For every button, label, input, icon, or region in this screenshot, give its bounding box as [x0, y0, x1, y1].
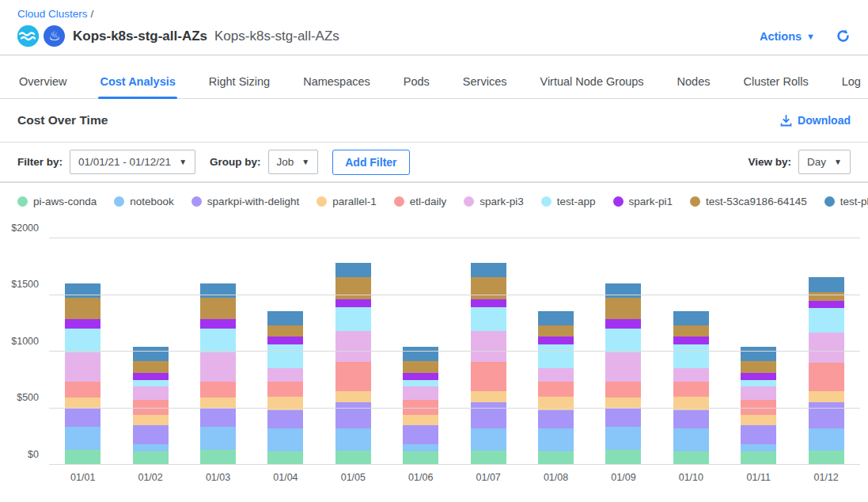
- bar-segment-test-pkix[interactable]: [741, 347, 776, 361]
- bar-segment-sparkpi-with-delight[interactable]: [403, 425, 438, 444]
- bar-segment-spark-pi1[interactable]: [403, 373, 438, 380]
- legend-item-test-app[interactable]: test-app: [541, 196, 596, 207]
- bar-segment-test-app[interactable]: [267, 344, 303, 368]
- bar-segment-pi-aws-conda[interactable]: [267, 451, 303, 465]
- legend-item-test-53ca9186-64145[interactable]: test-53ca9186-64145: [690, 196, 807, 207]
- bar-segment-sparkpi-with-delight[interactable]: [741, 425, 776, 444]
- breadcrumb-link-cloud-clusters[interactable]: Cloud Clusters: [17, 8, 88, 20]
- bar-segment-sparkpi-with-delight[interactable]: [471, 402, 506, 428]
- bar-segment-parallel-1[interactable]: [200, 397, 236, 409]
- bar-segment-test-pkix[interactable]: [267, 311, 303, 326]
- bar-segment-etl-daily[interactable]: [335, 362, 371, 391]
- bar-segment-sparkpi-with-delight[interactable]: [538, 410, 574, 428]
- bar-segment-pi-aws-conda[interactable]: [673, 451, 709, 465]
- bar-segment-spark-pi1[interactable]: [200, 319, 236, 329]
- tab-virtual-node-groups[interactable]: Virtual Node Groups: [538, 66, 645, 98]
- tab-log[interactable]: Log: [840, 66, 862, 98]
- bar-segment-spark-pi1[interactable]: [267, 337, 303, 344]
- bar-segment-parallel-1[interactable]: [538, 397, 574, 410]
- bar-segment-test-53ca9186-64145[interactable]: [605, 298, 641, 318]
- legend-item-pi-aws-conda[interactable]: pi-aws-conda: [17, 196, 97, 207]
- bar-segment-spark-pi1[interactable]: [605, 319, 641, 329]
- bar-segment-spark-pi3[interactable]: [267, 368, 303, 381]
- actions-button[interactable]: Actions ▼: [760, 30, 815, 43]
- bar-segment-parallel-1[interactable]: [267, 397, 303, 410]
- bar-segment-test-app[interactable]: [673, 344, 709, 368]
- bar-segment-etl-daily[interactable]: [673, 382, 709, 397]
- bar-segment-parallel-1[interactable]: [403, 415, 438, 425]
- view-by-select[interactable]: Day ▼: [798, 150, 851, 174]
- tab-namespaces[interactable]: Namespaces: [301, 66, 372, 98]
- bar-segment-test-pkix[interactable]: [809, 277, 844, 292]
- bar-segment-pi-aws-conda[interactable]: [809, 451, 844, 465]
- bar-segment-test-pkix[interactable]: [538, 311, 574, 326]
- download-button[interactable]: Download: [780, 114, 851, 127]
- bar-segment-sparkpi-with-delight[interactable]: [267, 410, 303, 428]
- bar-segment-parallel-1[interactable]: [133, 415, 169, 425]
- bar-segment-test-53ca9186-64145[interactable]: [741, 361, 776, 373]
- bar-segment-notebook[interactable]: [673, 428, 709, 451]
- bar-segment-test-53ca9186-64145[interactable]: [200, 298, 236, 318]
- bar-segment-test-app[interactable]: [335, 307, 371, 331]
- bar-segment-test-app[interactable]: [200, 329, 236, 353]
- refresh-button[interactable]: [836, 29, 851, 44]
- bar-segment-test-app[interactable]: [133, 380, 169, 387]
- bar-segment-notebook[interactable]: [538, 428, 574, 451]
- bar-segment-spark-pi3[interactable]: [673, 368, 709, 381]
- bar-segment-spark-pi1[interactable]: [471, 299, 506, 307]
- bar-segment-etl-daily[interactable]: [538, 382, 574, 397]
- bar-segment-test-pkix[interactable]: [673, 311, 709, 326]
- bar-segment-parallel-1[interactable]: [809, 391, 844, 402]
- legend-item-sparkpi-with-delight[interactable]: sparkpi-with-delight: [191, 196, 299, 207]
- bar-segment-sparkpi-with-delight[interactable]: [200, 409, 236, 428]
- bar-segment-notebook[interactable]: [605, 427, 641, 450]
- tab-pods[interactable]: Pods: [402, 66, 431, 98]
- bar-segment-test-53ca9186-64145[interactable]: [403, 361, 438, 373]
- bar-segment-test-53ca9186-64145[interactable]: [538, 325, 574, 337]
- bar-segment-sparkpi-with-delight[interactable]: [673, 410, 709, 428]
- bar-segment-test-pkix[interactable]: [471, 263, 506, 278]
- tab-cluster-rolls[interactable]: Cluster Rolls: [742, 66, 810, 98]
- bar-segment-spark-pi3[interactable]: [133, 386, 169, 399]
- bar-segment-notebook[interactable]: [65, 427, 100, 450]
- bar-segment-test-app[interactable]: [538, 344, 574, 368]
- bar-segment-pi-aws-conda[interactable]: [471, 451, 506, 465]
- bar-segment-pi-aws-conda[interactable]: [65, 450, 100, 465]
- bar-segment-spark-pi3[interactable]: [538, 368, 574, 381]
- bar-segment-etl-daily[interactable]: [605, 382, 641, 397]
- bar-segment-etl-daily[interactable]: [809, 363, 844, 391]
- bar-segment-test-pkix[interactable]: [403, 347, 438, 361]
- bar-segment-parallel-1[interactable]: [471, 391, 506, 402]
- bar-segment-pi-aws-conda[interactable]: [538, 451, 574, 465]
- bar-segment-notebook[interactable]: [267, 428, 303, 451]
- bar-segment-spark-pi3[interactable]: [200, 352, 236, 381]
- bar-segment-sparkpi-with-delight[interactable]: [335, 402, 371, 428]
- bar-segment-etl-daily[interactable]: [200, 382, 236, 397]
- bar-segment-test-app[interactable]: [809, 308, 844, 333]
- bar-segment-test-app[interactable]: [65, 329, 100, 353]
- bar-segment-test-53ca9186-64145[interactable]: [65, 298, 100, 318]
- bar-segment-notebook[interactable]: [471, 428, 506, 451]
- legend-item-etl-daily[interactable]: etl-daily: [394, 196, 447, 207]
- bar-segment-test-53ca9186-64145[interactable]: [267, 325, 303, 337]
- bar-segment-spark-pi3[interactable]: [403, 386, 438, 399]
- bar-segment-pi-aws-conda[interactable]: [605, 450, 641, 465]
- bar-segment-etl-daily[interactable]: [65, 382, 100, 397]
- bar-segment-etl-daily[interactable]: [471, 362, 506, 391]
- bar-segment-pi-aws-conda[interactable]: [403, 451, 438, 465]
- date-range-select[interactable]: 01/01/21 - 01/12/21 ▼: [70, 150, 195, 174]
- bar-segment-test-pkix[interactable]: [335, 263, 371, 278]
- legend-item-test-pkix[interactable]: test-pkix: [824, 196, 868, 207]
- tab-cost-analysis[interactable]: Cost Analysis: [98, 66, 176, 98]
- legend-item-spark-pi1[interactable]: spark-pi1: [613, 196, 673, 207]
- bar-segment-pi-aws-conda[interactable]: [200, 450, 236, 465]
- bar-segment-spark-pi3[interactable]: [471, 331, 506, 362]
- bar-segment-spark-pi1[interactable]: [809, 301, 844, 308]
- tab-nodes[interactable]: Nodes: [676, 66, 712, 98]
- tab-services[interactable]: Services: [461, 66, 509, 98]
- bar-segment-spark-pi1[interactable]: [335, 299, 371, 307]
- bar-segment-sparkpi-with-delight[interactable]: [65, 409, 100, 428]
- group-by-select[interactable]: Job ▼: [268, 150, 319, 174]
- bar-segment-notebook[interactable]: [403, 444, 438, 451]
- bar-segment-test-53ca9186-64145[interactable]: [133, 361, 169, 373]
